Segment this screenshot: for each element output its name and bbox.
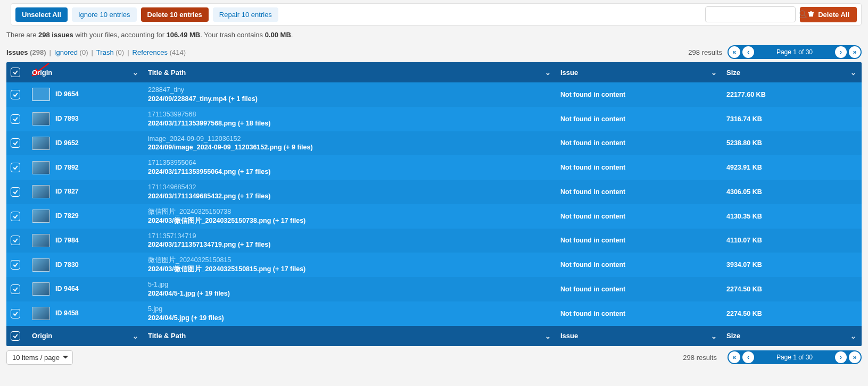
row-issue: Not found in content: [556, 131, 722, 156]
select-all-checkbox-footer[interactable]: [11, 331, 20, 341]
tab-issues-count: (298): [30, 48, 46, 56]
summary-mid: with your files, accounting for: [73, 31, 167, 39]
summary-issues-count: 298 issues: [38, 31, 73, 39]
pager-next-button[interactable]: ›: [835, 46, 847, 58]
row-checkbox[interactable]: [11, 260, 20, 270]
row-checkbox[interactable]: [11, 236, 20, 245]
table-row[interactable]: ID 798417113571347192024/03/171135713471…: [6, 229, 862, 253]
col-footer-issue[interactable]: Issue ⌄: [556, 326, 722, 346]
row-title-link[interactable]: 5.jpg: [148, 305, 552, 314]
col-header-checkbox[interactable]: [6, 62, 28, 82]
pager-last-button[interactable]: »: [849, 351, 861, 363]
row-title-link[interactable]: 微信图片_20240325150738: [148, 207, 552, 216]
col-header-title-path[interactable]: Title & Path ⌄: [144, 62, 556, 82]
col-footer-checkbox[interactable]: [6, 326, 28, 346]
row-checkbox[interactable]: [11, 212, 20, 221]
pager-first-button[interactable]: «: [729, 46, 740, 58]
row-title-link[interactable]: 微信图片_20240325150815: [148, 256, 552, 265]
svg-point-0: [800, 11, 805, 15]
row-id: ID 7830: [55, 261, 79, 268]
row-title-link[interactable]: 1711357134719: [148, 232, 552, 241]
svg-line-1: [804, 15, 806, 17]
pager-prev-button[interactable]: ‹: [742, 46, 754, 58]
tab-ignored[interactable]: Ignored (0): [54, 48, 88, 56]
thumbnail-icon: [32, 185, 50, 198]
table-row[interactable]: ID 94645-1.jpg2024/04/5-1.jpg (+ 19 file…: [6, 277, 862, 301]
row-title-link[interactable]: 5-1.jpg: [148, 280, 552, 289]
row-title-link[interactable]: 1711353997568: [148, 110, 552, 119]
row-path: 2024/03/1711353955064.png (+ 17 files): [148, 167, 552, 177]
row-checkbox[interactable]: [11, 309, 20, 318]
row-title-link[interactable]: 1711353955064: [148, 158, 552, 167]
repair-entries-button[interactable]: Repair 10 entries: [213, 7, 278, 22]
row-title-link[interactable]: 1711349685432: [148, 183, 552, 192]
pager-next-button[interactable]: ›: [835, 351, 847, 363]
row-issue: Not found in content: [556, 180, 722, 204]
tab-ignored-label: Ignored: [54, 48, 78, 56]
issues-table: Origin ⌄ Title & Path ⌄ Issue ⌄ Size ⌄ I…: [6, 62, 862, 346]
delete-all-button[interactable]: Delete All: [800, 7, 857, 22]
tab-trash-label: Trash: [96, 48, 114, 56]
filter-tabs: Issues (298) | Ignored (0) | Trash (0) |…: [6, 48, 186, 56]
delete-entries-button[interactable]: Delete 10 entries: [141, 7, 209, 22]
row-checkbox[interactable]: [11, 90, 20, 99]
row-path: 2024/09/image_2024-09-09_112036152.png (…: [148, 143, 552, 152]
pager-top: « ‹ Page 1 of 30 › »: [728, 45, 862, 59]
row-title-link[interactable]: image_2024-09-09_112036152: [148, 135, 552, 144]
col-header-issue[interactable]: Issue ⌄: [556, 62, 722, 82]
row-checkbox[interactable]: [11, 138, 20, 148]
tab-references[interactable]: References (414): [133, 48, 186, 56]
table-row[interactable]: ID 9652image_2024-09-09_1120361522024/09…: [6, 131, 862, 156]
table-row[interactable]: ID 7830微信图片_202403251508152024/03/微信图片_2…: [6, 253, 862, 277]
row-title-link[interactable]: 228847_tiny: [148, 86, 552, 95]
thumbnail-icon: [32, 88, 50, 101]
col-header-origin[interactable]: Origin ⌄: [28, 62, 144, 82]
unselect-all-button[interactable]: Unselect All: [15, 7, 68, 22]
row-id: ID 7827: [55, 188, 79, 195]
results-count-bottom: 298 results: [683, 354, 717, 362]
pager-prev-button[interactable]: ‹: [742, 351, 754, 363]
table-row[interactable]: ID 789317113539975682024/03/171135399756…: [6, 107, 862, 131]
summary-size: 106.49 MB: [167, 31, 201, 39]
row-issue: Not found in content: [556, 82, 722, 107]
summary-trash-size: 0.00 MB: [265, 31, 291, 39]
table-row[interactable]: ID 7829微信图片_202403251507382024/03/微信图片_2…: [6, 204, 862, 229]
row-checkbox[interactable]: [11, 114, 20, 124]
col-header-title-label: Title & Path: [148, 69, 186, 77]
col-footer-origin-label: Origin: [32, 332, 52, 340]
issues-table-wrap: Origin ⌄ Title & Path ⌄ Issue ⌄ Size ⌄ I…: [6, 62, 862, 346]
row-id: ID 7829: [55, 212, 79, 220]
table-row[interactable]: ID 9654228847_tiny2024/09/228847_tiny.mp…: [6, 82, 862, 107]
select-all-checkbox[interactable]: [11, 68, 20, 77]
thumbnail-icon: [32, 234, 50, 247]
col-footer-size-label: Size: [726, 332, 740, 340]
pager-first-button[interactable]: «: [729, 351, 740, 363]
row-checkbox[interactable]: [11, 284, 20, 294]
row-issue: Not found in content: [556, 204, 722, 229]
ignore-entries-button[interactable]: Ignore 10 entries: [72, 7, 137, 22]
col-footer-origin[interactable]: Origin ⌄: [28, 326, 144, 346]
items-per-page-select[interactable]: 10 items / page: [6, 350, 73, 365]
tab-issues[interactable]: Issues (298): [6, 48, 46, 56]
row-issue: Not found in content: [556, 107, 722, 131]
table-row[interactable]: ID 789217113539550642024/03/171135395506…: [6, 155, 862, 180]
row-size: 4306.05 KB: [722, 180, 862, 204]
search-box[interactable]: [705, 6, 796, 22]
tab-trash[interactable]: Trash (0): [96, 48, 124, 56]
pager-label: Page 1 of 30: [755, 354, 834, 361]
search-input[interactable]: [709, 11, 798, 19]
row-checkbox[interactable]: [11, 187, 20, 197]
col-header-size[interactable]: Size ⌄: [722, 62, 862, 82]
row-checkbox[interactable]: [11, 163, 20, 172]
table-row[interactable]: ID 782717113496854322024/03/171134968543…: [6, 180, 862, 204]
row-issue: Not found in content: [556, 277, 722, 301]
col-footer-title-path[interactable]: Title & Path ⌄: [144, 326, 556, 346]
summary-suffix: . Your trash contains: [200, 31, 264, 39]
col-footer-size[interactable]: Size ⌄: [722, 326, 862, 346]
table-row[interactable]: ID 94585.jpg2024/04/5.jpg (+ 19 files)No…: [6, 301, 862, 326]
chevron-down-icon: ⌄: [133, 69, 138, 77]
summary-text: There are 298 issues with your files, ac…: [6, 31, 862, 39]
pager-last-button[interactable]: »: [849, 46, 861, 58]
row-size: 2274.50 KB: [722, 277, 862, 301]
row-issue: Not found in content: [556, 155, 722, 180]
